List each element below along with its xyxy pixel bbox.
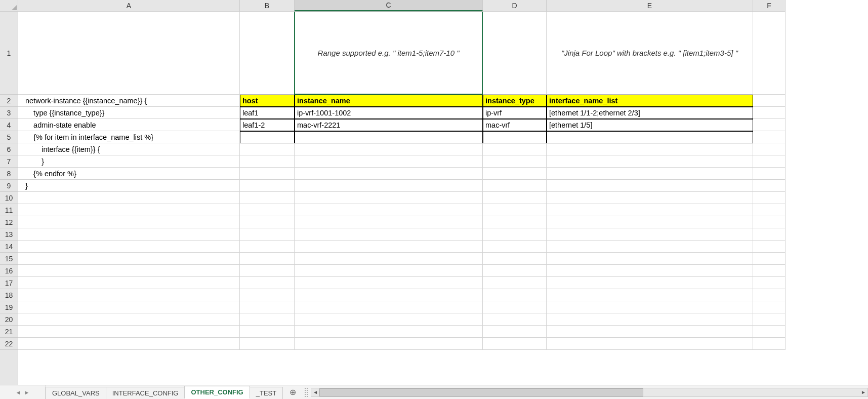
cell-D4[interactable]: mac-vrf	[483, 119, 547, 131]
cell-F11[interactable]	[753, 204, 786, 216]
row-header-2[interactable]: 2	[0, 95, 18, 107]
cell-C2[interactable]: instance_name	[295, 95, 483, 107]
cell-F18[interactable]	[753, 289, 786, 301]
cell-D20[interactable]	[483, 313, 547, 326]
row-header-21[interactable]: 21	[0, 326, 18, 338]
cell-D10[interactable]	[483, 192, 547, 204]
cell-A7[interactable]: }	[18, 155, 240, 168]
column-header-C[interactable]: C	[295, 0, 483, 11]
cell-D1[interactable]	[483, 12, 547, 95]
cell-D13[interactable]	[483, 228, 547, 241]
cell-C20[interactable]	[295, 313, 483, 326]
row-header-7[interactable]: 7	[0, 155, 18, 168]
cell-B13[interactable]	[240, 228, 295, 241]
cell-E17[interactable]	[547, 277, 753, 289]
row-header-19[interactable]: 19	[0, 301, 18, 313]
cell-B6[interactable]	[240, 143, 295, 155]
cell-D6[interactable]	[483, 143, 547, 155]
cell-D11[interactable]	[483, 204, 547, 216]
row-header-17[interactable]: 17	[0, 277, 18, 289]
sheet-tab-_test[interactable]: _TEST	[250, 387, 283, 399]
add-sheet-button[interactable]: ⊕	[285, 385, 300, 399]
cell-D17[interactable]	[483, 277, 547, 289]
sheet-tab-global_vars[interactable]: GLOBAL_VARS	[46, 387, 106, 399]
row-header-13[interactable]: 13	[0, 228, 18, 241]
cell-E15[interactable]	[547, 253, 753, 265]
cell-E19[interactable]	[547, 301, 753, 313]
cell-A4[interactable]: admin-state enable	[18, 119, 240, 131]
cell-E13[interactable]	[547, 228, 753, 241]
cell-E14[interactable]	[547, 241, 753, 253]
cell-A19[interactable]	[18, 301, 240, 313]
cell-F19[interactable]	[753, 301, 786, 313]
cell-B8[interactable]	[240, 168, 295, 180]
row-header-11[interactable]: 11	[0, 204, 18, 216]
cell-F4[interactable]	[753, 119, 786, 131]
cell-F1[interactable]	[753, 12, 786, 95]
cell-C3[interactable]: ip-vrf-1001-1002	[295, 107, 483, 119]
row-header-18[interactable]: 18	[0, 289, 18, 301]
cell-E7[interactable]	[547, 155, 753, 168]
cell-A8[interactable]: {% endfor %}	[18, 168, 240, 180]
cell-C12[interactable]	[295, 216, 483, 228]
cell-A11[interactable]	[18, 204, 240, 216]
cell-F2[interactable]	[753, 95, 786, 107]
cell-F3[interactable]	[753, 107, 786, 119]
cell-F20[interactable]	[753, 313, 786, 326]
cell-E5[interactable]	[547, 131, 753, 143]
cell-D19[interactable]	[483, 301, 547, 313]
cell-B10[interactable]	[240, 192, 295, 204]
cell-A14[interactable]	[18, 241, 240, 253]
cell-B5[interactable]	[240, 131, 295, 143]
cell-E11[interactable]	[547, 204, 753, 216]
cell-C14[interactable]	[295, 241, 483, 253]
cell-D22[interactable]	[483, 338, 547, 350]
cell-C5[interactable]	[295, 131, 483, 143]
cell-A5[interactable]: {% for item in interface_name_list %}	[18, 131, 240, 143]
cell-A2[interactable]: network-instance {{instance_name}} {	[18, 95, 240, 107]
cell-A10[interactable]	[18, 192, 240, 204]
row-header-4[interactable]: 4	[0, 119, 18, 131]
cell-E6[interactable]	[547, 143, 753, 155]
row-header-14[interactable]: 14	[0, 241, 18, 253]
cell-D7[interactable]	[483, 155, 547, 168]
cell-B16[interactable]	[240, 265, 295, 277]
row-header-15[interactable]: 15	[0, 253, 18, 265]
cell-A20[interactable]	[18, 313, 240, 326]
cell-D12[interactable]	[483, 216, 547, 228]
cell-C7[interactable]	[295, 155, 483, 168]
cell-C15[interactable]	[295, 253, 483, 265]
tab-nav-prev-icon[interactable]: ◄	[16, 389, 21, 395]
cell-B4[interactable]: leaf1-2	[240, 119, 295, 131]
cell-F13[interactable]	[753, 228, 786, 241]
cell-C9[interactable]	[295, 180, 483, 192]
cell-B17[interactable]	[240, 277, 295, 289]
cell-E8[interactable]	[547, 168, 753, 180]
cell-A13[interactable]	[18, 228, 240, 241]
row-header-9[interactable]: 9	[0, 180, 18, 192]
cell-A6[interactable]: interface {{item}} {	[18, 143, 240, 155]
cell-F15[interactable]	[753, 253, 786, 265]
row-header-1[interactable]: 1	[0, 12, 18, 95]
cell-A16[interactable]	[18, 265, 240, 277]
cell-D2[interactable]: instance_type	[483, 95, 547, 107]
cell-E3[interactable]: [ethernet 1/1-2;ethernet 2/3]	[547, 107, 753, 119]
cell-A1[interactable]	[18, 12, 240, 95]
cell-E18[interactable]	[547, 289, 753, 301]
cell-F10[interactable]	[753, 192, 786, 204]
scroll-thumb[interactable]	[319, 388, 643, 396]
cell-A15[interactable]	[18, 253, 240, 265]
cell-B21[interactable]	[240, 326, 295, 338]
cell-E12[interactable]	[547, 216, 753, 228]
cell-A9[interactable]: }	[18, 180, 240, 192]
cell-F16[interactable]	[753, 265, 786, 277]
cell-F12[interactable]	[753, 216, 786, 228]
select-all-corner[interactable]	[0, 0, 18, 12]
cell-B19[interactable]	[240, 301, 295, 313]
cell-C13[interactable]	[295, 228, 483, 241]
cell-E9[interactable]	[547, 180, 753, 192]
tab-splitter[interactable]	[305, 388, 308, 397]
sheet-tab-interface_config[interactable]: INTERFACE_CONFIG	[106, 387, 185, 399]
cell-E20[interactable]	[547, 313, 753, 326]
cell-A22[interactable]	[18, 338, 240, 350]
